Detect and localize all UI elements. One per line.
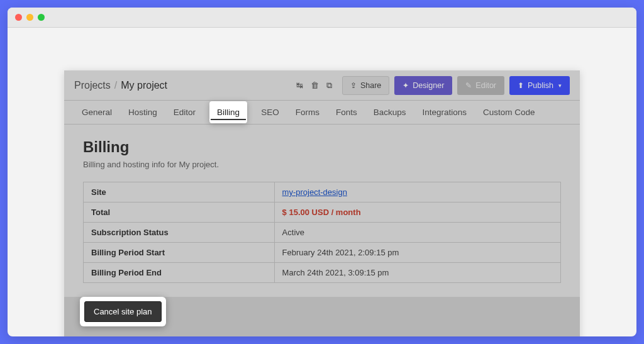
duplicate-icon[interactable]: ⧉ <box>326 80 332 91</box>
breadcrumb: Projects / My project <box>74 80 167 91</box>
row-value-status: Active <box>274 223 560 243</box>
publish-button[interactable]: ⬆ Publish ▾ <box>509 76 570 95</box>
browser-chrome <box>8 8 636 28</box>
trash-icon[interactable]: 🗑 <box>311 80 319 91</box>
share-button[interactable]: ⇪ Share <box>342 76 389 95</box>
tab-integrations[interactable]: Integrations <box>419 101 469 123</box>
window-zoom-icon[interactable] <box>38 14 45 21</box>
table-row: Subscription Status Active <box>84 223 561 243</box>
table-row: Billing Period End March 24th 2021, 3:09… <box>84 263 561 283</box>
app-header: Projects / My project ↹ 🗑 ⧉ ⇪ Share ✦ De… <box>64 70 580 101</box>
row-value-end: March 24th 2021, 3:09:15 pm <box>274 263 560 283</box>
row-value-total: $ 15.00 USD / month <box>274 203 560 223</box>
table-row: Billing Period Start February 24th 2021,… <box>84 243 561 263</box>
page-title: Billing <box>83 138 561 156</box>
traffic-lights <box>15 14 45 21</box>
toolbar-icons: ↹ 🗑 ⧉ <box>296 80 332 91</box>
chevron-down-icon: ▾ <box>558 82 562 89</box>
cancel-site-plan-button[interactable]: Cancel site plan <box>84 301 162 322</box>
window-close-icon[interactable] <box>15 14 22 21</box>
breadcrumb-current: My project <box>121 80 167 91</box>
editor-label: Editor <box>475 81 496 90</box>
share-label: Share <box>360 81 381 90</box>
row-label-status: Subscription Status <box>84 223 275 243</box>
tab-general[interactable]: General <box>79 101 114 123</box>
tabs-row: General Hosting Editor Billing SEO Forms… <box>64 101 580 125</box>
designer-button[interactable]: ✦ Designer <box>394 76 452 95</box>
row-value-site: my-project-design <box>274 182 560 203</box>
cancel-highlight: Cancel site plan <box>80 297 166 326</box>
row-value-start: February 24th 2021, 2:09:15 pm <box>274 243 560 263</box>
page-subtitle: Billing and hosting info for My project. <box>83 160 561 169</box>
header-actions: ↹ 🗑 ⧉ ⇪ Share ✦ Designer ✎ Editor ⬆ <box>296 76 570 95</box>
designer-label: Designer <box>413 81 444 90</box>
publish-label: Publish <box>528 81 553 90</box>
tab-seo[interactable]: SEO <box>258 101 282 123</box>
tab-billing[interactable]: Billing <box>209 101 247 123</box>
transfer-icon[interactable]: ↹ <box>296 80 303 91</box>
billing-table: Site my-project-design Total $ 15.00 USD… <box>83 182 561 283</box>
tab-editor[interactable]: Editor <box>171 101 198 123</box>
magic-wand-icon: ✦ <box>402 81 409 90</box>
tab-fonts[interactable]: Fonts <box>333 101 360 123</box>
row-label-end: Billing Period End <box>84 263 275 283</box>
tab-forms[interactable]: Forms <box>293 101 322 123</box>
tab-hosting[interactable]: Hosting <box>126 101 160 123</box>
row-label-site: Site <box>84 182 275 203</box>
rocket-icon: ⬆ <box>518 81 524 90</box>
editor-button: ✎ Editor <box>457 76 504 95</box>
row-label-start: Billing Period Start <box>84 243 275 263</box>
table-row: Total $ 15.00 USD / month <box>84 203 561 223</box>
tab-custom-code[interactable]: Custom Code <box>480 101 538 123</box>
pencil-icon: ✎ <box>465 81 472 90</box>
row-label-total: Total <box>84 203 275 223</box>
breadcrumb-separator: / <box>114 80 117 91</box>
tab-backups[interactable]: Backups <box>371 101 409 123</box>
table-row: Site my-project-design <box>84 182 561 203</box>
share-icon: ⇪ <box>350 81 357 90</box>
site-link[interactable]: my-project-design <box>282 187 347 197</box>
breadcrumb-root[interactable]: Projects <box>74 80 111 91</box>
billing-panel: Billing Billing and hosting info for My … <box>64 125 580 297</box>
window-minimize-icon[interactable] <box>26 14 33 21</box>
browser-window: Projects / My project ↹ 🗑 ⧉ ⇪ Share ✦ De… <box>8 8 636 336</box>
